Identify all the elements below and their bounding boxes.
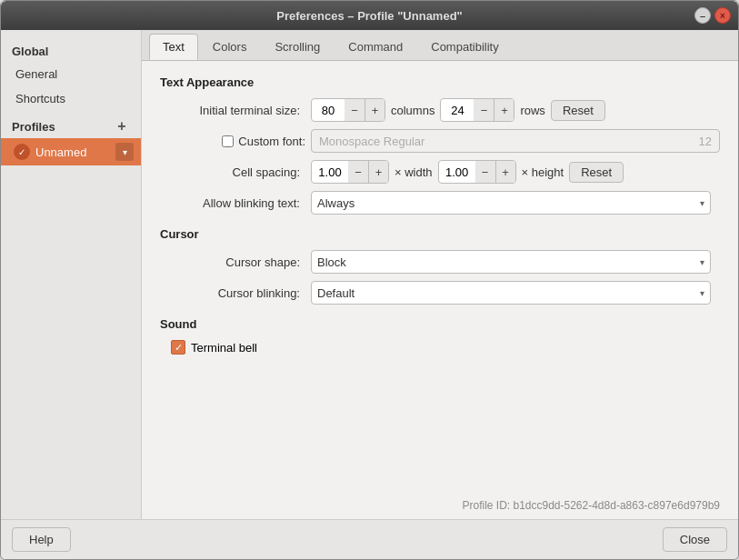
cursor-section: Cursor Cursor shape: Block ▾ Cursor blin… (160, 227, 720, 305)
terminal-size-row: Initial terminal size: − + columns (160, 98, 720, 122)
cursor-section-title: Cursor (160, 227, 720, 241)
tabs-bar: Text Colors Scrolling Command Compatibil… (142, 30, 738, 61)
custom-font-label: Custom font: (238, 135, 305, 148)
rows-decrement-button[interactable]: − (474, 99, 494, 121)
custom-font-checkbox[interactable] (222, 135, 234, 147)
columns-increment-button[interactable]: + (365, 99, 384, 121)
columns-decrement-button[interactable]: − (345, 99, 365, 121)
cursor-blinking-select[interactable]: Default ▾ (311, 281, 711, 305)
cursor-shape-select[interactable]: Block ▾ (311, 250, 711, 274)
help-button[interactable]: Help (12, 527, 71, 552)
close-button[interactable]: Close (663, 527, 727, 552)
rows-value[interactable] (441, 102, 474, 119)
custom-font-checkbox-label: Custom font: (160, 135, 305, 148)
allow-blinking-dropdown-icon: ▾ (700, 198, 704, 208)
cursor-shape-value: Block (317, 255, 346, 269)
profile-check-icon: ✓ (14, 144, 30, 160)
sidebar-item-general[interactable]: General (1, 62, 141, 86)
profile-id-bar: Profile ID: b1dcc9dd-5262-4d8d-a863-c897… (142, 492, 738, 519)
cell-height-spinbox: − + (438, 160, 516, 184)
allow-blinking-label: Allow blinking text: (160, 196, 305, 210)
minimize-button[interactable]: – (694, 7, 711, 24)
profiles-label: Profiles (12, 120, 55, 134)
titlebar-buttons: – × (694, 7, 731, 24)
cell-width-spinbox: − + (311, 160, 389, 184)
panel-content: Text Appearance Initial terminal size: −… (142, 61, 738, 492)
columns-spinbox: − + (311, 98, 385, 122)
allow-blinking-select[interactable]: Always ▾ (311, 191, 711, 215)
sound-section: Sound ✓ Terminal bell (160, 317, 720, 355)
cell-height-value[interactable] (439, 164, 475, 181)
cursor-blinking-value: Default (317, 286, 355, 300)
profile-name: Unnamed (35, 145, 86, 159)
terminal-bell-label: Terminal bell (191, 341, 257, 355)
profile-id-text: Profile ID: b1dcc9dd-5262-4d8d-a863-c897… (462, 499, 720, 512)
cursor-shape-dropdown-icon: ▾ (700, 257, 704, 267)
cursor-blinking-row: Cursor blinking: Default ▾ (160, 281, 720, 305)
titlebar: Preferences – Profile "Unnamed" – × (1, 1, 738, 30)
tab-text[interactable]: Text (149, 34, 198, 60)
global-section-label: Global (1, 37, 141, 62)
window-title: Preferences – Profile "Unnamed" (276, 9, 463, 23)
cell-height-label: × height (522, 165, 564, 179)
cell-height-decrement-button[interactable]: − (475, 161, 495, 183)
allow-blinking-value: Always (317, 196, 355, 210)
cell-width-label: × width (394, 165, 433, 179)
tab-colors[interactable]: Colors (199, 34, 261, 60)
text-appearance-title: Text Appearance (160, 75, 720, 89)
rows-increment-button[interactable]: + (494, 99, 514, 121)
cell-height-increment-button[interactable]: + (495, 161, 515, 183)
rows-spinbox: − + (440, 98, 514, 122)
main-content: Global General Shortcuts Profiles + ✓ Un… (1, 30, 738, 519)
tab-scrolling[interactable]: Scrolling (261, 34, 334, 60)
close-window-button[interactable]: × (714, 7, 731, 24)
profiles-section-header: Profiles + (1, 111, 141, 138)
tab-compatibility[interactable]: Compatibility (417, 34, 512, 60)
cursor-shape-label: Cursor shape: (160, 255, 305, 269)
custom-font-row: Custom font: Monospace Regular 12 (160, 129, 720, 153)
profile-item-unnamed[interactable]: ✓ Unnamed ▾ (1, 138, 141, 165)
profile-arrow-icon[interactable]: ▾ (115, 143, 134, 161)
sidebar: Global General Shortcuts Profiles + ✓ Un… (1, 30, 142, 519)
cell-spacing-label: Cell spacing: (160, 165, 305, 179)
preferences-window: Preferences – Profile "Unnamed" – × Glob… (0, 0, 739, 560)
reset-size-button[interactable]: Reset (551, 100, 605, 121)
rows-label: rows (520, 104, 544, 117)
terminal-bell-checkbox[interactable]: ✓ (171, 340, 185, 355)
cursor-blinking-dropdown-icon: ▾ (700, 288, 704, 298)
terminal-bell-row: ✓ Terminal bell (171, 340, 720, 355)
tab-command[interactable]: Command (335, 34, 416, 60)
columns-value[interactable] (312, 102, 345, 119)
cell-width-increment-button[interactable]: + (368, 161, 388, 183)
sidebar-item-shortcuts[interactable]: Shortcuts (1, 86, 141, 111)
bottom-bar: Help Close (1, 519, 738, 559)
font-placeholder: Monospace Regular (319, 135, 424, 148)
cell-width-value[interactable] (312, 164, 348, 181)
columns-label: columns (391, 104, 434, 117)
font-size-value: 12 (699, 135, 712, 148)
allow-blinking-row: Allow blinking text: Always ▾ (160, 191, 720, 215)
sound-section-title: Sound (160, 317, 720, 331)
cursor-shape-row: Cursor shape: Block ▾ (160, 250, 720, 274)
reset-cell-button[interactable]: Reset (569, 162, 624, 183)
terminal-size-label: Initial terminal size: (160, 104, 305, 117)
font-field[interactable]: Monospace Regular 12 (311, 129, 720, 153)
add-profile-button[interactable]: + (114, 118, 130, 135)
cell-spacing-row: Cell spacing: − + × width (160, 160, 720, 184)
cell-width-decrement-button[interactable]: − (348, 161, 368, 183)
right-panel: Text Colors Scrolling Command Compatibil… (142, 30, 738, 519)
cursor-blinking-label: Cursor blinking: (160, 286, 305, 300)
